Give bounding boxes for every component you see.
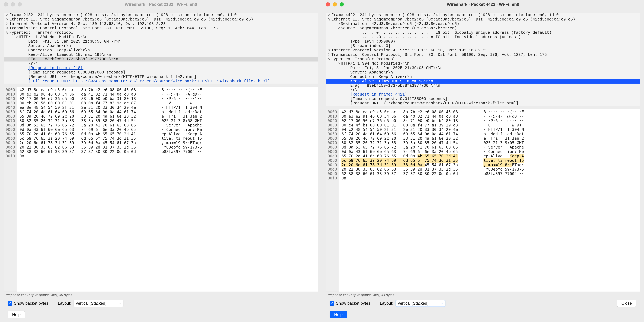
packet-bytes-pane[interactable]: 0000 0010 0020 0030 0040 0050 0060 0070 … [4, 87, 318, 292]
traffic-close-icon[interactable] [4, 2, 8, 6]
tree-row[interactable]: \r\n [4, 61, 318, 66]
chevron-right-icon[interactable]: > [5, 13, 9, 17]
tree-spacer [356, 35, 360, 39]
tree-row[interactable]: ETag: "83ebfc59-173-5b88fa3977700"\r\n [326, 84, 640, 88]
tree-row[interactable]: Server: Apache\r\n [4, 44, 318, 48]
tree-row[interactable]: [Request in frame: 2181] [4, 66, 318, 70]
chevron-right-icon[interactable]: > [337, 61, 341, 66]
tree-row[interactable]: [Request URI: /~rzheng/course/wireshark/… [326, 101, 640, 106]
tree-row[interactable]: Date: Fri, 31 Jan 2025 21:39:05 GMT\r\n [326, 66, 640, 70]
help-button[interactable]: Help [330, 311, 347, 318]
chevron-right-icon[interactable]: > [327, 13, 331, 17]
tree-label: Type: IPv4 (0x0800) [350, 39, 395, 44]
tree-label: Server: Apache\r\n [350, 70, 393, 75]
tree-label[interactable]: [Request in frame: 4421] [350, 92, 407, 97]
tree-row[interactable]: [Time since request: 0.011785000 seconds… [326, 97, 640, 101]
tree-row[interactable]: >HTTP/1.1 304 Not Modified\r\n [4, 35, 318, 39]
hex-offsets: 0000 0010 0020 0030 0040 0050 0060 0070 … [4, 87, 16, 292]
chevron-right-icon[interactable]: > [5, 17, 9, 22]
tree-label[interactable]: [Request in frame: 2181] [28, 66, 85, 70]
tree-row[interactable]: >Destination: 42:d3:8e:ea:c9:c5 (42:d3:8… [326, 22, 640, 26]
tree-spacer [24, 70, 28, 75]
layout-select[interactable]: Vertical (Stacked) ⌄ [74, 300, 124, 307]
tree-row[interactable]: >Frame 2182: 241 bytes on wire (1928 bit… [4, 13, 318, 17]
status-bar: Response line (http.response.line), 33 b… [326, 292, 640, 300]
tree-row[interactable]: [Stream index: 0] [326, 44, 640, 48]
hex-content: 42 d3 8e ea c9 c5 0c ac 8a 7b c2 e6 08 0… [16, 87, 318, 292]
chevron-updown-icon: ⌄ [441, 302, 444, 305]
tree-label[interactable]: [Full request URI: http://www.cas.mcmast… [28, 79, 270, 84]
tree-row[interactable]: vEthernet II, Src: SagemcomBroa_7b:c2:e6… [326, 17, 640, 22]
tree-row[interactable]: vSource: SagemcomBroa_7b:c2:e6 (0c:ac:8a… [326, 26, 640, 30]
tree-spacer [346, 97, 350, 101]
tree-row[interactable]: ETag: "83ebfc59-173-5b88fa3977700"\r\n [4, 57, 318, 61]
tree-row[interactable]: Connection: Keep-Alive\r\n [4, 48, 318, 53]
chevron-right-icon[interactable]: > [327, 48, 331, 53]
tree-row[interactable]: >Transmission Control Protocol, Src Port… [326, 53, 640, 57]
show-packet-bytes-checkbox[interactable]: ✓ Show packet bytes [8, 301, 48, 306]
chevron-right-icon[interactable]: > [5, 22, 9, 26]
close-button[interactable]: Close [617, 300, 636, 307]
chevron-down-icon[interactable]: v [337, 26, 341, 30]
tree-row[interactable]: >Ethernet II, Src: SagemcomBroa_7b:c2:e6… [4, 17, 318, 22]
show-packet-bytes-checkbox[interactable]: ✓ Show packet bytes [330, 301, 370, 306]
tree-spacer [346, 70, 350, 75]
tree-row[interactable]: >Frame 4422: 241 bytes on wire (1928 bit… [326, 13, 640, 17]
tree-label: \r\n [350, 88, 360, 92]
layout-select[interactable]: Vertical (Stacked) ⌄ [396, 300, 446, 307]
packet-bytes-pane[interactable]: 0000 0010 0020 0030 0040 0050 0060 0070 … [326, 109, 640, 292]
tree-label: Destination: 42:d3:8e:ea:c9:c5 (42:d3:8e… [341, 22, 459, 26]
titlebar[interactable]: Wireshark · Packet 4422 · Wi-Fi: en0 [322, 0, 644, 9]
chevron-right-icon[interactable]: > [15, 35, 19, 39]
tree-row[interactable]: [Time since request: 0.008417000 seconds… [4, 70, 318, 75]
tree-label: Date: Fri, 31 Jan 2025 21:39:05 GMT\r\n [350, 66, 442, 70]
window-title: Wireshark · Packet 4422 · Wi-Fi: en0 [322, 2, 644, 7]
titlebar[interactable]: Wireshark · Packet 2182 · Wi-Fi: en0 [0, 0, 322, 9]
tree-spacer [346, 79, 350, 84]
tree-row[interactable]: Keep-Alive: timeout=15, max=198\r\n [326, 79, 640, 84]
tree-row[interactable]: Date: Fri, 31 Jan 2025 21:38:58 GMT\r\n [4, 39, 318, 44]
tree-row[interactable]: vHypertext Transfer Protocol [326, 57, 640, 61]
tree-row[interactable]: Keep-Alive: timeout=15, max=199\r\n [4, 53, 318, 57]
tree-row[interactable]: [Full request URI: http://www.cas.mcmast… [4, 79, 318, 84]
chevron-right-icon[interactable]: > [5, 26, 9, 30]
tree-label: Frame 4422: 241 bytes on wire (1928 bits… [331, 13, 558, 17]
tree-spacer [346, 39, 350, 44]
packet-details-tree[interactable]: >Frame 2182: 241 bytes on wire (1928 bit… [4, 13, 318, 84]
tree-row[interactable]: Server: Apache\r\n [326, 70, 640, 75]
layout-label: Layout: [380, 301, 393, 306]
traffic-max-icon[interactable] [18, 2, 22, 6]
tree-label: [Request URI: /~rzheng/course/wireshark/… [350, 101, 518, 106]
tree-row[interactable]: Type: IPv4 (0x0800) [326, 39, 640, 44]
tree-label: Ethernet II, Src: SagemcomBroa_7b:c2:e6 … [331, 17, 575, 22]
chevron-down-icon[interactable]: v [327, 57, 331, 61]
tree-row[interactable]: vHypertext Transfer Protocol [4, 30, 318, 35]
tree-row[interactable]: .... ...0 .... .... .... .... = IG bit: … [326, 35, 640, 39]
tree-spacer [24, 44, 28, 48]
tree-label: Date: Fri, 31 Jan 2025 21:38:58 GMT\r\n [28, 39, 120, 44]
tree-row[interactable]: [Request URI: /~rzheng/course/wireshark/… [4, 75, 318, 79]
traffic-max-icon[interactable] [340, 2, 344, 6]
window-packet-left: Wireshark · Packet 2182 · Wi-Fi: en0 >Fr… [0, 0, 322, 322]
tree-row[interactable]: >Internet Protocol Version 4, Src: 130.1… [4, 22, 318, 26]
tree-row[interactable]: [Request in frame: 4421] [326, 92, 640, 97]
tree-row[interactable]: \r\n [326, 88, 640, 92]
tree-row[interactable]: >HTTP/1.1 304 Not Modified\r\n [326, 61, 640, 66]
chevron-down-icon[interactable]: v [327, 17, 331, 22]
tree-spacer [346, 101, 350, 106]
tree-row[interactable]: .... ..0. .... .... .... .... = LG bit: … [326, 30, 640, 35]
tree-row[interactable]: Connection: Keep-Alive\r\n [326, 75, 640, 79]
traffic-close-icon[interactable] [326, 2, 330, 6]
chevron-right-icon[interactable]: > [337, 22, 341, 26]
tree-label: [Stream index: 0] [350, 44, 390, 48]
packet-details-tree[interactable]: >Frame 4422: 241 bytes on wire (1928 bit… [326, 13, 640, 106]
tree-row[interactable]: >Internet Protocol Version 4, Src: 130.1… [326, 48, 640, 53]
help-button[interactable]: Help [8, 311, 25, 318]
chevron-right-icon[interactable]: > [327, 53, 331, 57]
traffic-min-icon[interactable] [11, 2, 15, 6]
tree-spacer [356, 30, 360, 35]
tree-row[interactable]: >Transmission Control Protocol, Src Port… [4, 26, 318, 30]
traffic-min-icon[interactable] [333, 2, 337, 6]
tree-label: [Time since request: 0.008417000 seconds… [28, 70, 125, 75]
chevron-down-icon[interactable]: v [5, 30, 9, 35]
